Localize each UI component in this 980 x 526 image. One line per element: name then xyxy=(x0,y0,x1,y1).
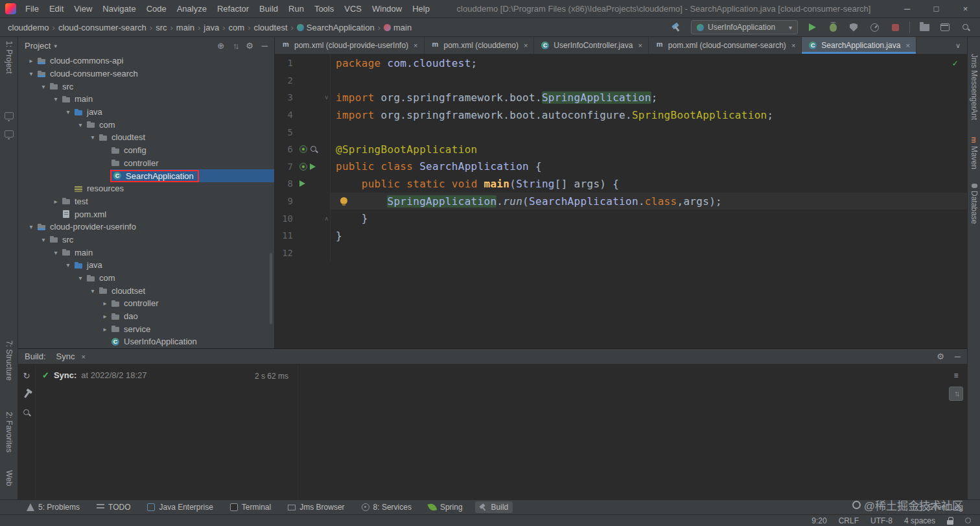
tree-item-com[interactable]: ▾com xyxy=(18,118,274,131)
chevron-expanded-icon[interactable]: ▾ xyxy=(88,134,98,141)
tool-window-button-ant[interactable]: Ant xyxy=(970,108,979,120)
tree-item-resources[interactable]: resources xyxy=(18,182,274,195)
filter-lines-icon[interactable]: ≡ xyxy=(949,368,963,383)
tool-window-button-database[interactable]: Database xyxy=(970,184,979,224)
monitor-icon[interactable] xyxy=(5,112,14,119)
locate-icon[interactable]: ⊕ xyxy=(217,41,224,51)
run-line-icon[interactable] xyxy=(310,163,316,170)
code-line-6[interactable]: 6@SpringBootApplication xyxy=(275,141,967,158)
menu-code[interactable]: Code xyxy=(141,0,172,18)
menu-help[interactable]: Help xyxy=(407,0,435,18)
chevron-expanded-icon[interactable]: ▾ xyxy=(75,274,86,281)
line-number[interactable]: 10 xyxy=(275,213,293,224)
stop-button[interactable] xyxy=(889,21,902,34)
window-layout-button[interactable] xyxy=(939,21,951,34)
editor-tab-userinfocontroller.java[interactable]: UserInfoController.java× xyxy=(534,37,649,54)
breadcrumb-item-main[interactable]: main xyxy=(384,23,412,32)
tool-window-button-todo[interactable]: TODO xyxy=(92,501,135,513)
monitor-icon[interactable] xyxy=(5,130,14,137)
line-separator[interactable]: CRLF xyxy=(839,516,859,525)
tool-window-button-terminal[interactable]: Terminal xyxy=(226,501,275,513)
code-line-11[interactable]: 11} xyxy=(275,227,967,245)
scroll-to-end-icon[interactable]: ↑↓ xyxy=(949,387,963,401)
status-indicator-icon[interactable] xyxy=(965,518,971,523)
line-number[interactable]: 6 xyxy=(275,144,293,154)
fold-marker-icon[interactable]: ∧ xyxy=(324,215,329,222)
tree-item-config[interactable]: config xyxy=(18,144,274,157)
scrollbar-thumb[interactable] xyxy=(270,253,272,324)
line-number[interactable]: 4 xyxy=(275,110,293,120)
project-panel-title[interactable]: Project xyxy=(25,41,51,51)
tool-window-button-problems[interactable]: 5: Problems xyxy=(22,501,84,513)
chevron-collapsed-icon[interactable]: ▸ xyxy=(100,300,110,307)
sync-status-row[interactable]: ✓ Sync: at 2022/8/2 18:27 xyxy=(42,370,291,380)
editor-tab-pom.xml[interactable]: pom.xml (clouddemo)× xyxy=(425,37,535,54)
tool-window-button-maven[interactable]: mMaven xyxy=(970,137,979,169)
tree-item-main[interactable]: ▾main xyxy=(18,93,274,106)
collapse-all-icon[interactable]: ↑↓ xyxy=(233,41,237,51)
lock-icon[interactable] xyxy=(947,517,953,525)
file-encoding[interactable]: UTF-8 xyxy=(870,516,892,525)
fold-marker-icon[interactable]: ∨ xyxy=(324,94,329,101)
chevron-collapsed-icon[interactable]: ▸ xyxy=(51,198,61,205)
tree-item-test[interactable]: ▸test xyxy=(18,195,274,208)
code-line-5[interactable]: 5 xyxy=(275,123,967,141)
breadcrumb-item-java[interactable]: java xyxy=(204,23,219,32)
tree-item-userinfoapplication[interactable]: UserInfoApplication xyxy=(18,335,274,348)
code-line-8[interactable]: 8 public static void main(String[] args)… xyxy=(275,175,967,193)
indent-style[interactable]: 4 spaces xyxy=(904,516,935,525)
line-number[interactable]: 12 xyxy=(275,248,293,258)
close-icon[interactable]: × xyxy=(524,42,528,49)
minimize-icon[interactable]: ─ xyxy=(892,0,922,18)
line-number[interactable]: 1 xyxy=(275,58,293,68)
tree-item-cloudtset[interactable]: ▾cloudtset xyxy=(18,284,274,297)
tree-item-searchapplication[interactable]: SearchApplication xyxy=(18,169,274,182)
chevron-expanded-icon[interactable]: ▾ xyxy=(63,261,73,269)
run-configuration-select[interactable]: UserInfoApplication ▾ xyxy=(691,20,798,34)
chevron-collapsed-icon[interactable]: ▸ xyxy=(26,57,36,64)
search-everywhere-button[interactable] xyxy=(959,21,972,34)
tool-window-button-structure[interactable]: 7: Structure xyxy=(5,341,14,381)
tool-window-button-web[interactable]: Web xyxy=(5,470,14,486)
close-icon[interactable]: × xyxy=(81,353,85,361)
line-number[interactable]: 5 xyxy=(275,127,293,137)
code-line-4[interactable]: 4import org.springframework.boot.autocon… xyxy=(275,106,967,124)
hidden-tabs-button[interactable]: ∨ xyxy=(955,37,967,54)
tool-window-button-jmsbrowser[interactable]: Jms Browser xyxy=(283,501,349,513)
tree-item-cloud-consumer-search[interactable]: ▾cloud-consumer-search xyxy=(18,67,274,80)
tool-window-button-jmsmessenger[interactable]: Jms Messenger xyxy=(970,54,979,109)
breadcrumb-item-cloudtest[interactable]: cloudtest xyxy=(253,23,287,32)
line-number[interactable]: 9 xyxy=(275,196,293,206)
chevron-down-icon[interactable]: ▾ xyxy=(54,43,57,49)
code-line-2[interactable]: 2 xyxy=(275,72,967,90)
chevron-expanded-icon[interactable]: ▾ xyxy=(51,95,61,102)
spring-bean-icon[interactable] xyxy=(299,145,307,153)
tree-item-cloud-commons-api[interactable]: ▸cloud-commons-api xyxy=(18,54,274,67)
chevron-expanded-icon[interactable]: ▾ xyxy=(38,236,49,243)
menu-edit[interactable]: Edit xyxy=(44,0,69,18)
breadcrumb-item-clouddemo[interactable]: clouddemo xyxy=(8,23,49,32)
menu-build[interactable]: Build xyxy=(254,0,283,18)
coverage-button[interactable] xyxy=(847,21,860,34)
code-editor[interactable]: ✓ 1package com.cloudtest;23∨import org.s… xyxy=(275,54,967,348)
chevron-expanded-icon[interactable]: ▾ xyxy=(51,249,61,256)
tree-item-dao[interactable]: ▸dao xyxy=(18,310,274,323)
inspect-icon[interactable] xyxy=(23,409,31,417)
chevron-collapsed-icon[interactable]: ▸ xyxy=(100,313,110,320)
editor-tab-searchapplication.java[interactable]: SearchApplication.java× xyxy=(802,37,916,54)
build-project-button[interactable] xyxy=(670,21,683,34)
code-line-10[interactable]: 10∧ } xyxy=(275,209,967,227)
line-number[interactable]: 2 xyxy=(275,75,293,86)
tool-window-button-spring[interactable]: Spring xyxy=(424,501,467,513)
breadcrumb-item-src[interactable]: src xyxy=(156,23,167,32)
tree-item-src[interactable]: ▾src xyxy=(18,233,274,246)
menu-analyze[interactable]: Analyze xyxy=(172,0,212,18)
search-icon[interactable] xyxy=(310,145,318,154)
tool-window-button-build[interactable]: Build xyxy=(475,501,513,513)
chevron-expanded-icon[interactable]: ▾ xyxy=(88,287,98,294)
caret-position[interactable]: 9:20 xyxy=(811,516,826,525)
build-tab-sync[interactable]: Sync × xyxy=(56,352,86,361)
close-icon[interactable]: × xyxy=(951,0,980,18)
spring-bean-icon[interactable] xyxy=(299,163,307,171)
line-number[interactable]: 8 xyxy=(275,178,293,189)
